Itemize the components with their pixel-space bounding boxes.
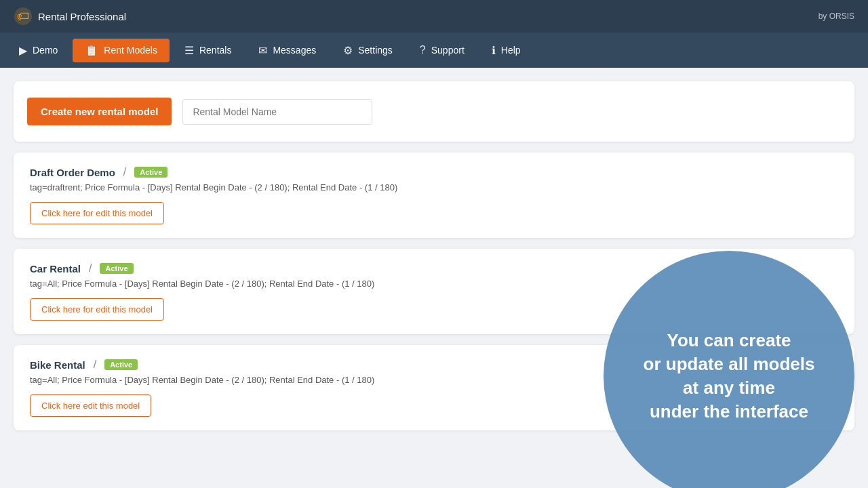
model-title: Draft Order Demo — [30, 167, 115, 178]
menu-icon: ☰ — [184, 44, 194, 57]
nav-demo-label: Demo — [33, 45, 58, 56]
list-icon: 📋 — [85, 44, 98, 57]
model-title: Car Rental — [30, 263, 81, 274]
header: 🏷 Rental Professional by ORSIS — [0, 0, 868, 33]
logo: 🏷 Rental Professional — [14, 7, 126, 26]
edit-model-button[interactable]: Click here edit this model — [30, 394, 151, 417]
messages-icon: ✉ — [258, 44, 267, 57]
separator: / — [123, 166, 126, 178]
create-model-button[interactable]: Create new rental model — [27, 98, 172, 125]
status-badge: Active — [104, 359, 138, 370]
separator: / — [89, 262, 92, 274]
nav-settings-label: Settings — [358, 45, 393, 56]
separator: / — [94, 359, 96, 371]
by-label: by ORSIS — [818, 12, 854, 21]
nav-rentals-label: Rentals — [199, 45, 231, 56]
question-icon: ? — [420, 44, 426, 56]
tooltip-bubble: You can createor update all modelsat any… — [604, 251, 854, 488]
nav-rentals[interactable]: ☰ Rentals — [172, 39, 243, 62]
nav-demo[interactable]: ▶ Demo — [7, 39, 70, 62]
model-card-draft-order-demo: Draft Order Demo / Active tag=draftrent;… — [14, 152, 854, 238]
nav-messages-label: Messages — [273, 45, 316, 56]
play-icon: ▶ — [19, 44, 27, 57]
status-badge: Active — [134, 167, 167, 178]
create-section: Create new rental model — [14, 81, 854, 142]
model-title: Bike Rental — [30, 359, 85, 371]
nav-rent-models[interactable]: 📋 Rent Models — [73, 39, 170, 62]
model-header: Draft Order Demo / Active — [30, 166, 838, 178]
model-description: tag=draftrent; Price Formula - [Days] Re… — [30, 182, 838, 192]
model-name-input[interactable] — [182, 99, 372, 125]
gear-icon: ⚙ — [343, 44, 353, 57]
svg-text:🏷: 🏷 — [17, 9, 29, 23]
info-icon: ℹ — [492, 44, 496, 57]
nav-help-label: Help — [501, 45, 521, 56]
edit-model-button[interactable]: Click here for edit this model — [30, 202, 164, 224]
nav-support-label: Support — [431, 45, 465, 56]
app-name: Rental Professional — [38, 11, 126, 22]
status-badge: Active — [100, 263, 133, 274]
nav-support[interactable]: ? Support — [408, 39, 477, 62]
nav-settings[interactable]: ⚙ Settings — [331, 39, 405, 62]
nav-messages[interactable]: ✉ Messages — [246, 39, 328, 62]
nav-help[interactable]: ℹ Help — [479, 39, 533, 62]
logo-icon: 🏷 — [14, 7, 33, 26]
tooltip-text: You can createor update all modelsat any… — [644, 329, 815, 424]
nav-rent-models-label: Rent Models — [104, 45, 157, 56]
nav: ▶ Demo 📋 Rent Models ☰ Rentals ✉ Message… — [0, 33, 868, 68]
edit-model-button[interactable]: Click here for edit this model — [30, 298, 164, 321]
